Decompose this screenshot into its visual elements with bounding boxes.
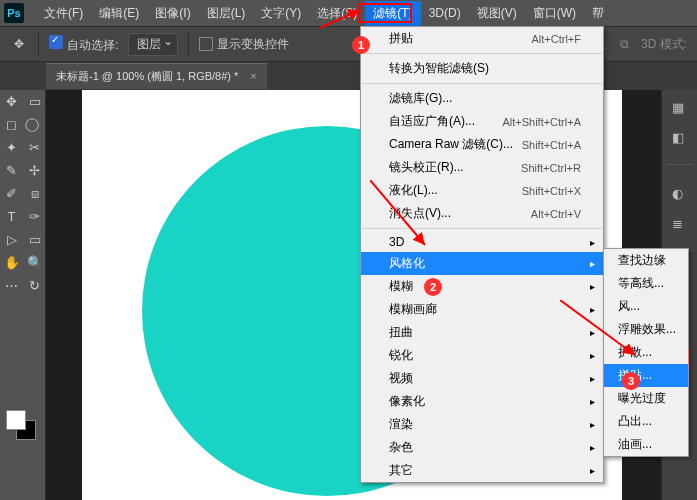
filter-group-sharpen[interactable]: 锐化 — [361, 344, 603, 367]
auto-select-target[interactable]: 图层 — [128, 33, 178, 56]
stylize-contour[interactable]: 等高线... — [604, 272, 688, 295]
shape-tool[interactable]: ▭ — [23, 228, 46, 251]
color-panel-icon[interactable]: ▦ — [672, 100, 688, 116]
filter-adaptive-wide-angle[interactable]: 自适应广角(A)...Alt+Shift+Ctrl+A — [361, 110, 603, 133]
eyedropper-tool[interactable]: ✎ — [0, 159, 23, 182]
stylize-tiles[interactable]: 拼贴... — [604, 364, 688, 387]
filter-gallery[interactable]: 滤镜库(G)... — [361, 87, 603, 110]
stylize-wind[interactable]: 风... — [604, 295, 688, 318]
styles-panel-icon[interactable]: ≣ — [672, 216, 688, 232]
stylize-submenu: 查找边缘 等高线... 风... 浮雕效果... 扩散... 拼贴... 曝光过… — [603, 248, 689, 457]
menu-file[interactable]: 文件(F) — [36, 1, 91, 26]
artboard-tool[interactable]: ▭ — [23, 90, 46, 113]
filter-group-other[interactable]: 其它 — [361, 459, 603, 482]
share-icon[interactable]: ⧉ — [620, 37, 629, 51]
menu-image[interactable]: 图像(I) — [147, 1, 198, 26]
path-select-tool[interactable]: ▷ — [0, 228, 23, 251]
document-tab[interactable]: 未标题-1 @ 100% (椭圆 1, RGB/8#) *× — [46, 63, 267, 89]
edit-toolbar[interactable]: ⋯ — [0, 274, 23, 297]
menu-filter[interactable]: 滤镜(T) — [365, 1, 420, 26]
filter-last-used[interactable]: 拼贴Alt+Ctrl+F — [361, 27, 603, 50]
tool-bar: ✥ ▭ ◻ ⃝ ✦ ✂ ✎ ✢ ✐ ⧇ T ✑ ▷ ▭ ✋ 🔍 ⋯ ↻ — [0, 90, 46, 500]
filter-vanishing-point[interactable]: 消失点(V)...Alt+Ctrl+V — [361, 202, 603, 225]
hand-tool[interactable]: ✋ — [0, 251, 23, 274]
filter-group-render[interactable]: 渲染 — [361, 413, 603, 436]
filter-group-pixelate[interactable]: 像素化 — [361, 390, 603, 413]
menu-bar: Ps 文件(F) 编辑(E) 图像(I) 图层(L) 文字(Y) 选择(S) 滤… — [0, 0, 697, 26]
filter-group-distort[interactable]: 扭曲 — [361, 321, 603, 344]
move-tool-icon[interactable]: ✥ — [10, 35, 28, 53]
app-logo: Ps — [4, 3, 24, 23]
healing-tool[interactable]: ✢ — [23, 159, 46, 182]
move-tool[interactable]: ✥ — [0, 90, 23, 113]
menu-view[interactable]: 视图(V) — [469, 1, 525, 26]
foreground-color-swatch[interactable] — [6, 410, 26, 430]
filter-liquify[interactable]: 液化(L)...Shift+Ctrl+X — [361, 179, 603, 202]
stamp-tool[interactable]: ⧇ — [23, 182, 46, 205]
stylize-extrude[interactable]: 凸出... — [604, 410, 688, 433]
marquee-tool[interactable]: ◻ — [0, 113, 23, 136]
adjustments-panel-icon[interactable]: ◐ — [672, 186, 688, 202]
filter-group-stylize[interactable]: 风格化 — [361, 252, 603, 275]
crop-tool[interactable]: ✂ — [23, 136, 46, 159]
menu-window[interactable]: 窗口(W) — [525, 1, 584, 26]
menu-layer[interactable]: 图层(L) — [199, 1, 254, 26]
magic-wand-tool[interactable]: ✦ — [0, 136, 23, 159]
swatches-panel-icon[interactable]: ◧ — [672, 130, 688, 146]
zoom-tool[interactable]: 🔍 — [23, 251, 46, 274]
show-transform-checkbox[interactable]: 显示变换控件 — [199, 36, 289, 53]
lasso-tool[interactable]: ⃝ — [23, 113, 46, 136]
stylize-oil-paint[interactable]: 油画... — [604, 433, 688, 456]
auto-select-checkbox[interactable]: 自动选择: — [49, 35, 118, 54]
menu-edit[interactable]: 编辑(E) — [91, 1, 147, 26]
filter-lens-correction[interactable]: 镜头校正(R)...Shift+Ctrl+R — [361, 156, 603, 179]
stylize-solarize[interactable]: 曝光过度 — [604, 387, 688, 410]
filter-group-blur[interactable]: 模糊 — [361, 275, 603, 298]
stylize-diffuse[interactable]: 扩散... — [604, 341, 688, 364]
stylize-find-edges[interactable]: 查找边缘 — [604, 249, 688, 272]
filter-group-video[interactable]: 视频 — [361, 367, 603, 390]
menu-3d[interactable]: 3D(D) — [421, 2, 469, 24]
filter-group-noise[interactable]: 杂色 — [361, 436, 603, 459]
mode-3d-label: 3D 模式: — [641, 36, 687, 53]
menu-help[interactable]: 帮 — [584, 1, 612, 26]
filter-camera-raw[interactable]: Camera Raw 滤镜(C)...Shift+Ctrl+A — [361, 133, 603, 156]
pen-tool[interactable]: ✑ — [23, 205, 46, 228]
menu-select[interactable]: 选择(S) — [309, 1, 365, 26]
brush-tool[interactable]: ✐ — [0, 182, 23, 205]
close-tab-icon[interactable]: × — [250, 70, 256, 82]
stylize-emboss[interactable]: 浮雕效果... — [604, 318, 688, 341]
filter-group-3d[interactable]: 3D — [361, 232, 603, 252]
filter-convert-smart[interactable]: 转换为智能滤镜(S) — [361, 57, 603, 80]
type-tool[interactable]: T — [0, 205, 23, 228]
filter-group-blur-gallery[interactable]: 模糊画廊 — [361, 298, 603, 321]
filter-menu-dropdown: 拼贴Alt+Ctrl+F 转换为智能滤镜(S) 滤镜库(G)... 自适应广角(… — [360, 26, 604, 483]
rotate-view-tool[interactable]: ↻ — [23, 274, 46, 297]
menu-type[interactable]: 文字(Y) — [253, 1, 309, 26]
